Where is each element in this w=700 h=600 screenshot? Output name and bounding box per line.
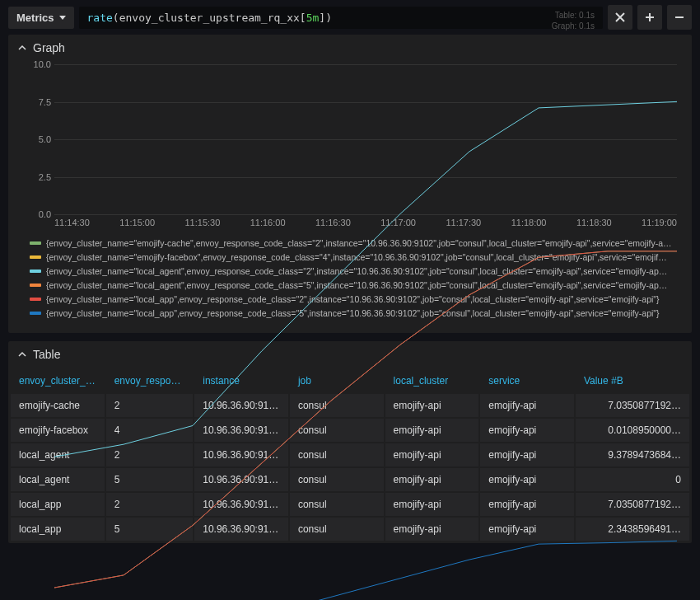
x-tick: 11:16:30 bbox=[315, 218, 351, 229]
graph-title: Graph bbox=[33, 41, 65, 54]
minus-icon bbox=[674, 12, 684, 22]
y-tick: 10.0 bbox=[30, 59, 51, 69]
x-tick: 11:18:00 bbox=[511, 218, 547, 229]
add-button[interactable] bbox=[637, 5, 662, 30]
series-line bbox=[54, 251, 677, 588]
query-input[interactable]: rate(envoy_cluster_upstream_rq_xx[5m]) T… bbox=[79, 7, 603, 29]
legend-swatch bbox=[30, 312, 41, 315]
query-timing: Table: 0.1s Graph: 0.1s bbox=[552, 10, 595, 31]
timing-table: Table: 0.1s bbox=[552, 10, 595, 21]
chevron-up-icon bbox=[18, 350, 26, 359]
legend-swatch bbox=[30, 255, 41, 259]
chart-svg bbox=[54, 64, 677, 600]
x-tick: 11:17:00 bbox=[380, 218, 416, 229]
metrics-dropdown[interactable]: Metrics bbox=[8, 7, 74, 29]
remove-button[interactable] bbox=[667, 5, 692, 30]
series-line bbox=[54, 541, 677, 600]
legend-swatch bbox=[30, 270, 41, 273]
x-axis: 11:14:3011:15:0011:15:3011:16:0011:16:30… bbox=[54, 218, 677, 229]
graph-header[interactable]: Graph bbox=[8, 35, 692, 61]
x-tick: 11:16:00 bbox=[250, 218, 286, 229]
x-tick: 11:19:00 bbox=[642, 218, 677, 229]
timing-graph: Graph: 0.1s bbox=[552, 21, 595, 31]
x-tick: 11:17:30 bbox=[446, 218, 481, 229]
close-icon bbox=[615, 12, 625, 22]
legend-swatch bbox=[30, 241, 41, 245]
y-tick: 5.0 bbox=[30, 134, 51, 144]
x-tick: 11:15:00 bbox=[119, 218, 155, 229]
clear-button[interactable] bbox=[608, 5, 632, 30]
chart[interactable]: 10.07.55.02.50.0 11:14:3011:15:0011:15:3… bbox=[30, 64, 677, 229]
x-tick: 11:15:30 bbox=[184, 218, 220, 229]
query-metric: envoy_cluster_upstream_rq_xx bbox=[119, 12, 300, 24]
query-toolbar: Metrics rate(envoy_cluster_upstream_rq_x… bbox=[0, 0, 700, 35]
graph-panel: Graph 10.07.55.02.50.0 11:14:3011:15:001… bbox=[8, 35, 692, 333]
series-line bbox=[54, 251, 677, 588]
chevron-down-icon bbox=[59, 16, 66, 20]
metrics-label: Metrics bbox=[16, 12, 54, 24]
legend-swatch bbox=[30, 284, 41, 287]
x-tick: 11:14:30 bbox=[54, 218, 90, 229]
query-range: 5m bbox=[306, 12, 320, 24]
query-fn: rate bbox=[87, 12, 113, 24]
y-tick: 2.5 bbox=[30, 172, 51, 182]
series-line bbox=[54, 101, 677, 457]
y-tick: 7.5 bbox=[30, 97, 51, 107]
y-tick: 0.0 bbox=[30, 209, 51, 219]
plus-icon bbox=[645, 12, 655, 22]
legend-swatch bbox=[30, 298, 41, 301]
chevron-up-icon bbox=[18, 44, 26, 52]
x-tick: 11:18:30 bbox=[576, 218, 612, 229]
